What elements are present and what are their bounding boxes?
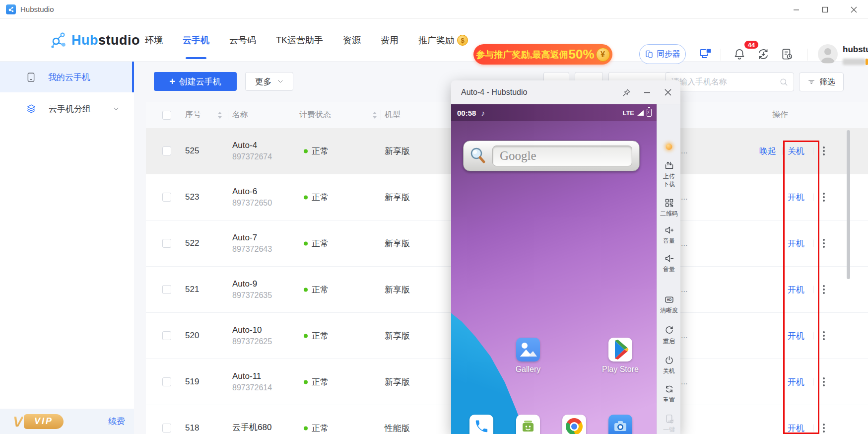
nav-cloud-phone[interactable]: 云手机 bbox=[183, 19, 209, 62]
renew-link[interactable]: 续费 bbox=[108, 416, 125, 427]
row-checkbox[interactable] bbox=[162, 239, 171, 248]
tool-qr-code[interactable]: 二维码 bbox=[657, 198, 680, 217]
filter-button-label: 筛选 bbox=[819, 77, 835, 87]
action-power-link[interactable]: 开机 bbox=[788, 423, 804, 434]
google-search-widget[interactable]: Google bbox=[463, 141, 640, 171]
tool-new-device: 一键 新机 bbox=[657, 414, 680, 434]
row-more-menu-icon[interactable] bbox=[821, 145, 827, 157]
search-icon[interactable] bbox=[779, 77, 789, 87]
os-titlebar: Hubstudio bbox=[0, 0, 868, 19]
select-all-checkbox[interactable] bbox=[162, 111, 171, 120]
nav-environment[interactable]: 环境 bbox=[145, 19, 163, 62]
nav-resources[interactable]: 资源 bbox=[343, 19, 361, 62]
nav-cloud-number[interactable]: 云号码 bbox=[229, 19, 256, 62]
tool-volume-down[interactable]: 音量 bbox=[657, 253, 680, 273]
nav-billing[interactable]: 费用 bbox=[381, 19, 399, 62]
dock-phone[interactable] bbox=[460, 415, 503, 434]
dock-camera[interactable] bbox=[599, 415, 642, 434]
action-power-link[interactable]: 开机 bbox=[788, 284, 804, 295]
synchronizer-button[interactable]: 同步器 bbox=[639, 44, 686, 64]
cell-model: 新享版 bbox=[385, 238, 410, 249]
tool-label: 二维码 bbox=[660, 210, 678, 217]
divider bbox=[782, 147, 783, 155]
sidebar-item-my-cloud-phones[interactable]: 我的云手机 bbox=[0, 62, 134, 92]
action-wake-link[interactable]: 唤起 bbox=[759, 145, 776, 157]
google-search-field[interactable]: Google bbox=[492, 145, 632, 166]
action-power-link[interactable]: 开机 bbox=[788, 192, 804, 203]
tool-upload-download[interactable]: 上传 下载 bbox=[657, 160, 680, 188]
dock-messages[interactable] bbox=[507, 415, 549, 434]
search-input[interactable] bbox=[671, 77, 779, 86]
row-more-menu-icon[interactable] bbox=[821, 237, 827, 250]
window-maximize-icon[interactable] bbox=[810, 0, 839, 19]
dock-chrome[interactable] bbox=[553, 415, 596, 434]
app-play-store[interactable]: Play Store bbox=[599, 338, 642, 374]
nav-tk-assistant[interactable]: TK运营助手 bbox=[276, 19, 323, 62]
col-seq[interactable]: 序号 bbox=[185, 102, 201, 128]
minimize-icon[interactable] bbox=[642, 87, 653, 98]
phone-screen[interactable]: 00:58 ♪ LTE Google bbox=[451, 104, 657, 434]
sidebar-item-phone-groups[interactable]: 云手机分组 bbox=[0, 94, 134, 123]
window-close-icon[interactable] bbox=[839, 0, 868, 19]
col-billing[interactable]: 计费状态 bbox=[299, 102, 331, 128]
more-button-label: 更多 bbox=[255, 76, 272, 87]
cell-model: 性能版 bbox=[385, 423, 410, 434]
row-more-menu-icon[interactable] bbox=[821, 191, 827, 204]
phone-window-titlebar[interactable]: Auto-4 - Hubstudio bbox=[451, 80, 680, 104]
cell-status: 正常 bbox=[304, 145, 329, 157]
tool-label: 清晰度 bbox=[660, 306, 678, 314]
cell-seq: 518 bbox=[185, 423, 199, 433]
vip-mini-icon bbox=[866, 59, 868, 65]
row-checkbox[interactable] bbox=[162, 377, 171, 386]
user-avatar[interactable] bbox=[818, 44, 838, 64]
row-more-menu-icon[interactable] bbox=[821, 375, 827, 388]
row-checkbox[interactable] bbox=[162, 146, 171, 155]
row-more-menu-icon[interactable] bbox=[821, 329, 827, 342]
tool-restart[interactable]: 重启 bbox=[657, 325, 680, 345]
nav-promotion[interactable]: 推广奖励$ bbox=[418, 19, 468, 62]
table-scrollbar[interactable] bbox=[847, 130, 850, 279]
phone-icon bbox=[26, 72, 36, 82]
status-dot-icon bbox=[304, 195, 308, 199]
phone-wallpaper: Google Gallery bbox=[451, 121, 657, 434]
promo-banner[interactable]: 参与推广奖励,最高返佣50%¥ bbox=[473, 44, 612, 65]
sort-icon[interactable] bbox=[217, 112, 222, 119]
tool-power[interactable]: 关机 bbox=[657, 355, 680, 375]
vip-v-icon: V bbox=[13, 413, 23, 430]
create-cloud-phone-button[interactable]: + 创建云手机 bbox=[154, 72, 237, 91]
row-checkbox[interactable] bbox=[162, 424, 171, 433]
status-dot-icon bbox=[304, 426, 308, 430]
tool-volume-up[interactable]: 音量 bbox=[657, 225, 680, 245]
data-sync-icon[interactable] bbox=[756, 47, 770, 61]
multi-device-icon[interactable] bbox=[699, 47, 713, 61]
filter-button[interactable]: 筛选 bbox=[799, 72, 844, 91]
notification-bell-icon[interactable] bbox=[733, 47, 746, 61]
cell-name: 云手机680 bbox=[232, 422, 271, 434]
tool-hd[interactable]: HD清晰度 bbox=[657, 294, 680, 314]
action-power-link[interactable]: 开机 bbox=[788, 330, 804, 342]
pin-icon[interactable] bbox=[621, 87, 632, 98]
row-more-menu-icon[interactable] bbox=[821, 422, 827, 434]
row-checkbox[interactable] bbox=[162, 331, 171, 340]
sort-icon[interactable] bbox=[372, 112, 377, 119]
cell-status: 正常 bbox=[304, 284, 329, 295]
action-power-link[interactable]: 开机 bbox=[788, 238, 804, 249]
action-power-link[interactable]: 开机 bbox=[788, 376, 804, 388]
window-minimize-icon[interactable] bbox=[782, 0, 810, 19]
status-dot-icon bbox=[304, 334, 308, 338]
filter-icon bbox=[807, 78, 815, 86]
app-gallery[interactable]: Gallery bbox=[507, 338, 549, 374]
cell-seq: 519 bbox=[185, 377, 199, 387]
row-checkbox[interactable] bbox=[162, 285, 171, 294]
more-button[interactable]: 更多 bbox=[245, 72, 293, 91]
app-logo-icon bbox=[6, 4, 16, 14]
cell-model: 新享版 bbox=[385, 145, 410, 157]
row-more-menu-icon[interactable] bbox=[821, 283, 827, 296]
promo-banner-text: 参与推广奖励,最高返佣 bbox=[476, 49, 568, 61]
layers-icon bbox=[26, 103, 37, 114]
tool-reset[interactable]: 重置 bbox=[657, 384, 680, 404]
log-history-icon[interactable] bbox=[780, 47, 794, 61]
action-power-link[interactable]: 关机 bbox=[788, 145, 804, 157]
close-icon[interactable] bbox=[663, 87, 673, 98]
row-checkbox[interactable] bbox=[162, 193, 171, 202]
